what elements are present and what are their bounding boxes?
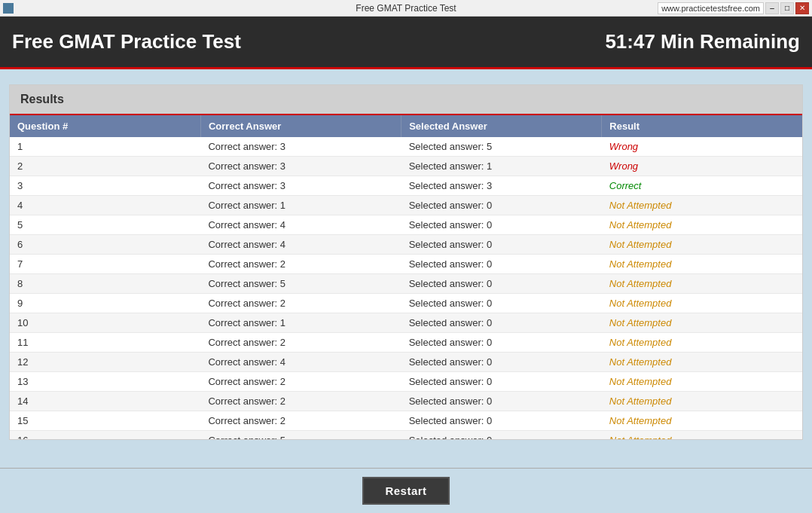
cell-result: Not Attempted bbox=[602, 255, 802, 274]
cell-question-num: 11 bbox=[10, 333, 200, 353]
cell-question-num: 4 bbox=[10, 196, 200, 215]
table-row: 4Correct answer: 1Selected answer: 0Not … bbox=[10, 196, 802, 215]
title-bar-title: Free GMAT Practice Test bbox=[356, 3, 456, 14]
col-header-question: Question # bbox=[10, 115, 200, 137]
cell-correct-answer: Correct answer: 4 bbox=[200, 235, 401, 255]
table-row: 14Correct answer: 2Selected answer: 0Not… bbox=[10, 392, 802, 411]
cell-selected-answer: Selected answer: 0 bbox=[401, 255, 602, 274]
cell-correct-answer: Correct answer: 1 bbox=[200, 313, 401, 333]
results-panel: Results Question # Correct Answer Select… bbox=[9, 84, 803, 440]
table-row: 9Correct answer: 2Selected answer: 0Not … bbox=[10, 294, 802, 313]
cell-correct-answer: Correct answer: 3 bbox=[200, 157, 401, 176]
cell-question-num: 5 bbox=[10, 215, 200, 235]
cell-correct-answer: Correct answer: 5 bbox=[200, 431, 401, 440]
cell-selected-answer: Selected answer: 0 bbox=[401, 196, 602, 215]
cell-result: Not Attempted bbox=[602, 235, 802, 255]
cell-correct-answer: Correct answer: 2 bbox=[200, 255, 401, 274]
cell-correct-answer: Correct answer: 3 bbox=[200, 137, 401, 157]
bottom-bar: Restart bbox=[0, 468, 812, 513]
cell-correct-answer: Correct answer: 2 bbox=[200, 411, 401, 431]
results-heading: Results bbox=[10, 85, 802, 115]
cell-question-num: 15 bbox=[10, 411, 200, 431]
title-bar: Free GMAT Practice Test www.practicetest… bbox=[0, 0, 812, 17]
cell-question-num: 13 bbox=[10, 372, 200, 392]
cell-correct-answer: Correct answer: 4 bbox=[200, 353, 401, 372]
cell-result: Not Attempted bbox=[602, 372, 802, 392]
col-header-selected: Selected Answer bbox=[401, 115, 602, 137]
results-table-container[interactable]: Question # Correct Answer Selected Answe… bbox=[10, 115, 802, 439]
cell-selected-answer: Selected answer: 0 bbox=[401, 313, 602, 333]
table-row: 2Correct answer: 3Selected answer: 1Wron… bbox=[10, 157, 802, 176]
cell-selected-answer: Selected answer: 3 bbox=[401, 176, 602, 196]
main-content: Results Question # Correct Answer Select… bbox=[0, 69, 812, 468]
table-row: 1Correct answer: 3Selected answer: 5Wron… bbox=[10, 137, 802, 157]
cell-selected-answer: Selected answer: 0 bbox=[401, 215, 602, 235]
results-table: Question # Correct Answer Selected Answe… bbox=[10, 115, 802, 439]
cell-selected-answer: Selected answer: 0 bbox=[401, 333, 602, 353]
cell-result: Not Attempted bbox=[602, 313, 802, 333]
cell-result: Wrong bbox=[602, 157, 802, 176]
cell-correct-answer: Correct answer: 2 bbox=[200, 392, 401, 411]
cell-selected-answer: Selected answer: 0 bbox=[401, 274, 602, 294]
cell-selected-answer: Selected answer: 0 bbox=[401, 431, 602, 440]
cell-selected-answer: Selected answer: 0 bbox=[401, 235, 602, 255]
cell-question-num: 6 bbox=[10, 235, 200, 255]
cell-correct-answer: Correct answer: 2 bbox=[200, 333, 401, 353]
cell-correct-answer: Correct answer: 1 bbox=[200, 196, 401, 215]
table-row: 8Correct answer: 5Selected answer: 0Not … bbox=[10, 274, 802, 294]
results-tbody: 1Correct answer: 3Selected answer: 5Wron… bbox=[10, 137, 802, 439]
cell-result: Not Attempted bbox=[602, 411, 802, 431]
cell-question-num: 2 bbox=[10, 157, 200, 176]
title-bar-left bbox=[3, 3, 14, 14]
cell-selected-answer: Selected answer: 1 bbox=[401, 157, 602, 176]
table-row: 3Correct answer: 3Selected answer: 3Corr… bbox=[10, 176, 802, 196]
table-row: 11Correct answer: 2Selected answer: 0Not… bbox=[10, 333, 802, 353]
restore-button[interactable]: □ bbox=[780, 2, 794, 14]
cell-result: Not Attempted bbox=[602, 294, 802, 313]
cell-question-num: 9 bbox=[10, 294, 200, 313]
table-row: 12Correct answer: 4Selected answer: 0Not… bbox=[10, 353, 802, 372]
restart-button[interactable]: Restart bbox=[362, 477, 449, 505]
table-row: 5Correct answer: 4Selected answer: 0Not … bbox=[10, 215, 802, 235]
cell-question-num: 7 bbox=[10, 255, 200, 274]
cell-question-num: 3 bbox=[10, 176, 200, 196]
cell-result: Not Attempted bbox=[602, 333, 802, 353]
cell-result: Not Attempted bbox=[602, 215, 802, 235]
cell-selected-answer: Selected answer: 0 bbox=[401, 294, 602, 313]
table-row: 10Correct answer: 1Selected answer: 0Not… bbox=[10, 313, 802, 333]
cell-question-num: 12 bbox=[10, 353, 200, 372]
cell-selected-answer: Selected answer: 0 bbox=[401, 392, 602, 411]
cell-result: Not Attempted bbox=[602, 353, 802, 372]
url-bar: www.practicetestsfree.com bbox=[658, 2, 764, 14]
cell-correct-answer: Correct answer: 2 bbox=[200, 372, 401, 392]
table-header-row: Question # Correct Answer Selected Answe… bbox=[10, 115, 802, 137]
table-row: 16Correct answer: 5Selected answer: 0Not… bbox=[10, 431, 802, 440]
minimize-button[interactable]: – bbox=[765, 2, 779, 14]
cell-question-num: 14 bbox=[10, 392, 200, 411]
cell-selected-answer: Selected answer: 0 bbox=[401, 411, 602, 431]
table-row: 15Correct answer: 2Selected answer: 0Not… bbox=[10, 411, 802, 431]
cell-correct-answer: Correct answer: 5 bbox=[200, 274, 401, 294]
close-button[interactable]: ✕ bbox=[795, 2, 809, 14]
cell-result: Not Attempted bbox=[602, 431, 802, 440]
app-header: Free GMAT Practice Test 51:47 Min Remain… bbox=[0, 17, 812, 69]
cell-correct-answer: Correct answer: 2 bbox=[200, 294, 401, 313]
cell-selected-answer: Selected answer: 5 bbox=[401, 137, 602, 157]
cell-result: Not Attempted bbox=[602, 196, 802, 215]
cell-correct-answer: Correct answer: 4 bbox=[200, 215, 401, 235]
cell-selected-answer: Selected answer: 0 bbox=[401, 372, 602, 392]
col-header-result: Result bbox=[602, 115, 802, 137]
col-header-correct: Correct Answer bbox=[200, 115, 401, 137]
app-icon bbox=[3, 3, 14, 14]
cell-question-num: 8 bbox=[10, 274, 200, 294]
cell-question-num: 10 bbox=[10, 313, 200, 333]
table-row: 7Correct answer: 2Selected answer: 0Not … bbox=[10, 255, 802, 274]
cell-question-num: 16 bbox=[10, 431, 200, 440]
timer-display: 51:47 Min Remaining bbox=[605, 30, 800, 53]
table-row: 6Correct answer: 4Selected answer: 0Not … bbox=[10, 235, 802, 255]
cell-result: Correct bbox=[602, 176, 802, 196]
title-bar-controls: www.practicetestsfree.com – □ ✕ bbox=[658, 2, 809, 14]
cell-question-num: 1 bbox=[10, 137, 200, 157]
table-row: 13Correct answer: 2Selected answer: 0Not… bbox=[10, 372, 802, 392]
cell-result: Wrong bbox=[602, 137, 802, 157]
